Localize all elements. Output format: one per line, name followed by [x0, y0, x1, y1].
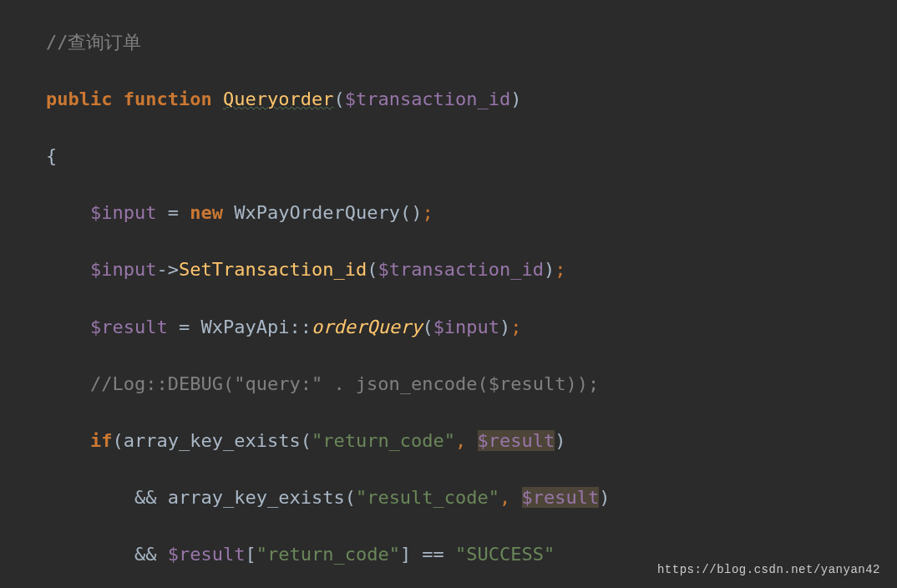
- variable: $input: [90, 202, 156, 223]
- class-name: WxPayApi: [200, 317, 289, 337]
- variable: $result: [90, 317, 168, 337]
- code-line: {: [46, 142, 897, 170]
- operator-and: &&: [134, 544, 157, 565]
- class-name: WxPayOrderQuery: [234, 202, 400, 223]
- function-call: array_key_exists: [124, 430, 301, 451]
- variable: $input: [433, 317, 499, 337]
- variable-highlighted: $result: [478, 430, 555, 451]
- function-name: Queryorder: [223, 89, 333, 109]
- string-literal: "return_code": [256, 544, 400, 565]
- static-method: orderQuery: [312, 317, 422, 337]
- brace-open: {: [46, 145, 57, 166]
- comment: //Log::DEBUG("query:" . json_encode($res…: [90, 373, 599, 394]
- variable: $input: [90, 259, 156, 280]
- variable: $transaction_id: [378, 259, 544, 280]
- variable: $result: [168, 544, 246, 565]
- function-call: array_key_exists: [168, 487, 345, 508]
- string-literal: "result_code": [356, 487, 499, 508]
- string-literal: "return_code": [312, 430, 455, 451]
- code-editor-area[interactable]: //查询订单 public function Queryorder($trans…: [46, 0, 897, 588]
- code-line: if(array_key_exists("return_code", $resu…: [46, 427, 897, 455]
- code-line: public function Queryorder($transaction_…: [46, 85, 897, 114]
- watermark-text: https://blog.csdn.net/yanyan42: [657, 561, 880, 580]
- comment: //查询订单: [46, 32, 142, 53]
- code-line: $result = WxPayApi::orderQuery($input);: [46, 313, 897, 342]
- keyword-public: public: [46, 89, 112, 109]
- method-call: SetTransaction_id: [179, 259, 367, 280]
- code-line: $input->SetTransaction_id($transaction_i…: [46, 256, 897, 284]
- code-line: //Log::DEBUG("query:" . json_encode($res…: [46, 370, 897, 398]
- string-literal: "SUCCESS": [455, 544, 555, 565]
- keyword-if: if: [90, 430, 113, 451]
- variable-highlighted: $result: [522, 487, 600, 508]
- keyword-new: new: [190, 202, 223, 223]
- keyword-function: function: [124, 89, 212, 109]
- operator-and: &&: [134, 487, 157, 508]
- parameter-variable: $transaction_id: [345, 89, 511, 109]
- code-line: //查询订单: [46, 28, 897, 57]
- code-line: $input = new WxPayOrderQuery();: [46, 199, 897, 227]
- code-line: && array_key_exists("result_code", $resu…: [46, 484, 897, 512]
